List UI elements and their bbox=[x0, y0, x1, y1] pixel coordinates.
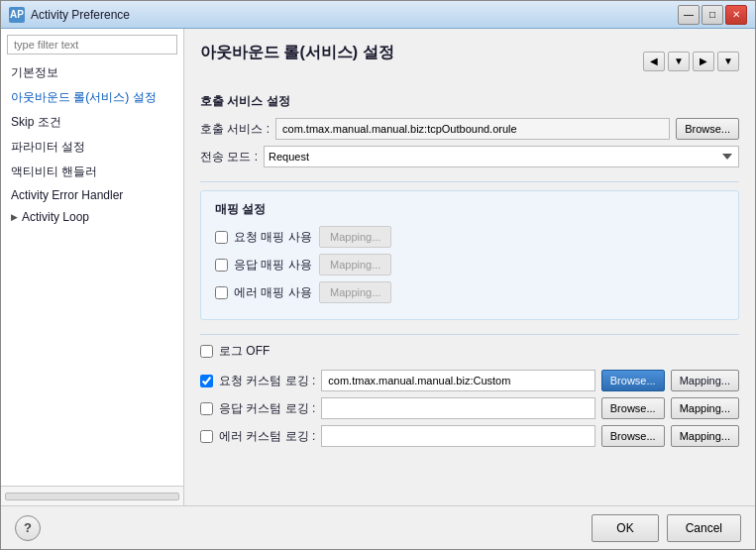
nav-forward-button[interactable]: ▶ bbox=[693, 52, 714, 71]
response-custom-log-input[interactable] bbox=[321, 397, 594, 419]
maximize-button[interactable]: □ bbox=[702, 5, 723, 25]
help-button[interactable]: ? bbox=[15, 515, 41, 541]
transfer-mode-row: 전송 모드 : Request Response One-way bbox=[200, 146, 739, 167]
sidebar-item-skip-condition[interactable]: Skip 조건 bbox=[1, 110, 183, 135]
request-custom-log-mapping-button[interactable]: Mapping... bbox=[671, 370, 739, 391]
window-title: Activity Preference bbox=[31, 8, 678, 22]
filter-input[interactable] bbox=[7, 35, 177, 55]
sidebar-item-outbound-role[interactable]: 아웃바운드 롤(서비스) 설정 bbox=[1, 85, 183, 110]
nav-dropdown-button[interactable]: ▼ bbox=[668, 52, 690, 71]
error-custom-log-browse-button[interactable]: Browse... bbox=[601, 425, 665, 447]
response-mapping-label: 응답 매핑 사용 bbox=[234, 257, 313, 274]
sidebar-scrollbar[interactable] bbox=[1, 486, 183, 505]
service-row: 호출 서비스 : Browse... bbox=[200, 118, 739, 140]
response-mapping-row: 응답 매핑 사용 Mapping... bbox=[215, 254, 724, 275]
transfer-mode-label: 전송 모드 : bbox=[200, 149, 258, 165]
mapping-title: 매핑 설정 bbox=[215, 201, 724, 218]
nav-forward-dropdown-button[interactable]: ▼ bbox=[717, 52, 739, 71]
request-custom-log-row: 요청 커스텀 로깅 : Browse... Mapping... bbox=[200, 370, 739, 391]
sidebar-item-basic-info[interactable]: 기본정보 bbox=[1, 60, 183, 85]
request-custom-log-browse-button[interactable]: Browse... bbox=[601, 370, 665, 391]
main-window: AP Activity Preference — □ ✕ 기본정보 아웃바운드 … bbox=[0, 0, 756, 550]
divider-1 bbox=[200, 181, 739, 182]
request-mapping-label: 요청 매핑 사용 bbox=[234, 229, 313, 246]
response-custom-log-row: 응답 커스텀 로깅 : Browse... Mapping... bbox=[200, 397, 739, 419]
bottom-right: OK Cancel bbox=[592, 514, 741, 542]
request-mapping-row: 요청 매핑 사용 Mapping... bbox=[215, 226, 724, 248]
log-off-label: 로그 OFF bbox=[219, 343, 298, 360]
error-mapping-row: 에러 매핑 사용 Mapping... bbox=[215, 281, 724, 303]
request-mapping-button[interactable]: Mapping... bbox=[319, 226, 391, 248]
window-icon: AP bbox=[9, 7, 25, 23]
error-custom-log-row: 에러 커스텀 로깅 : Browse... Mapping... bbox=[200, 425, 739, 447]
minimize-button[interactable]: — bbox=[678, 5, 700, 25]
transfer-mode-select[interactable]: Request Response One-way bbox=[264, 146, 739, 167]
bottom-bar: ? OK Cancel bbox=[1, 505, 755, 549]
response-custom-log-label: 응답 커스텀 로깅 : bbox=[219, 400, 315, 417]
title-bar: AP Activity Preference — □ ✕ bbox=[1, 1, 755, 29]
sidebar: 기본정보 아웃바운드 롤(서비스) 설정 Skip 조건 파라미터 설정 액티비… bbox=[1, 29, 184, 505]
call-service-title: 호출 서비스 설정 bbox=[200, 93, 739, 110]
response-custom-log-browse-button[interactable]: Browse... bbox=[601, 397, 665, 419]
error-custom-log-checkbox[interactable] bbox=[200, 430, 213, 443]
error-custom-log-input[interactable] bbox=[321, 425, 594, 447]
scroll-track bbox=[5, 493, 179, 500]
error-mapping-checkbox[interactable] bbox=[215, 286, 228, 299]
sidebar-item-activity-handler[interactable]: 액티비티 핸들러 bbox=[1, 160, 183, 184]
content-area: 아웃바운드 롤(서비스) 설정 ◀ ▼ ▶ ▼ 호출 서비스 설정 호출 서비스… bbox=[184, 29, 755, 505]
main-content: 기본정보 아웃바운드 롤(서비스) 설정 Skip 조건 파라미터 설정 액티비… bbox=[1, 29, 755, 505]
expand-arrow: ▶ bbox=[11, 212, 18, 222]
sidebar-item-activity-loop[interactable]: ▶ Activity Loop bbox=[1, 206, 183, 228]
close-button[interactable]: ✕ bbox=[725, 5, 747, 25]
cancel-button[interactable]: Cancel bbox=[667, 514, 741, 542]
nav-back-button[interactable]: ◀ bbox=[643, 52, 665, 71]
service-browse-button[interactable]: Browse... bbox=[676, 118, 739, 140]
response-mapping-button[interactable]: Mapping... bbox=[319, 254, 391, 275]
bottom-left: ? bbox=[15, 515, 41, 541]
call-service-section: 호출 서비스 설정 호출 서비스 : Browse... 전송 모드 : Req… bbox=[200, 93, 739, 167]
divider-2 bbox=[200, 334, 739, 335]
error-custom-log-mapping-button[interactable]: Mapping... bbox=[671, 425, 739, 447]
log-off-row: 로그 OFF bbox=[200, 343, 739, 360]
window-controls: — □ ✕ bbox=[678, 5, 747, 25]
service-label: 호출 서비스 : bbox=[200, 121, 270, 138]
sidebar-item-parameter-settings[interactable]: 파라미터 설정 bbox=[1, 135, 183, 160]
request-custom-log-checkbox[interactable] bbox=[200, 375, 213, 387]
response-custom-log-mapping-button[interactable]: Mapping... bbox=[671, 397, 739, 419]
nav-list: 기본정보 아웃바운드 롤(서비스) 설정 Skip 조건 파라미터 설정 액티비… bbox=[1, 60, 183, 486]
request-mapping-checkbox[interactable] bbox=[215, 231, 228, 244]
error-custom-log-label: 에러 커스텀 로깅 : bbox=[219, 428, 315, 445]
ok-button[interactable]: OK bbox=[592, 514, 658, 542]
mapping-section: 매핑 설정 요청 매핑 사용 Mapping... 응답 매핑 사용 Mappi… bbox=[200, 190, 739, 320]
service-input[interactable] bbox=[275, 118, 670, 140]
request-custom-log-label: 요청 커스텀 로깅 : bbox=[219, 373, 315, 389]
response-mapping-checkbox[interactable] bbox=[215, 259, 228, 272]
sidebar-item-activity-error-handler[interactable]: Activity Error Handler bbox=[1, 184, 183, 206]
header-navigation: ◀ ▼ ▶ ▼ bbox=[643, 52, 739, 71]
page-title: 아웃바운드 롤(서비스) 설정 bbox=[200, 43, 394, 67]
response-custom-log-checkbox[interactable] bbox=[200, 402, 213, 415]
log-section: 로그 OFF 요청 커스텀 로깅 : Browse... Mapping... … bbox=[200, 343, 739, 447]
request-custom-log-input[interactable] bbox=[321, 370, 594, 391]
log-off-checkbox[interactable] bbox=[200, 345, 213, 358]
page-header: 아웃바운드 롤(서비스) 설정 ◀ ▼ ▶ ▼ bbox=[200, 43, 739, 79]
error-mapping-label: 에러 매핑 사용 bbox=[234, 284, 313, 301]
error-mapping-button[interactable]: Mapping... bbox=[319, 281, 391, 303]
